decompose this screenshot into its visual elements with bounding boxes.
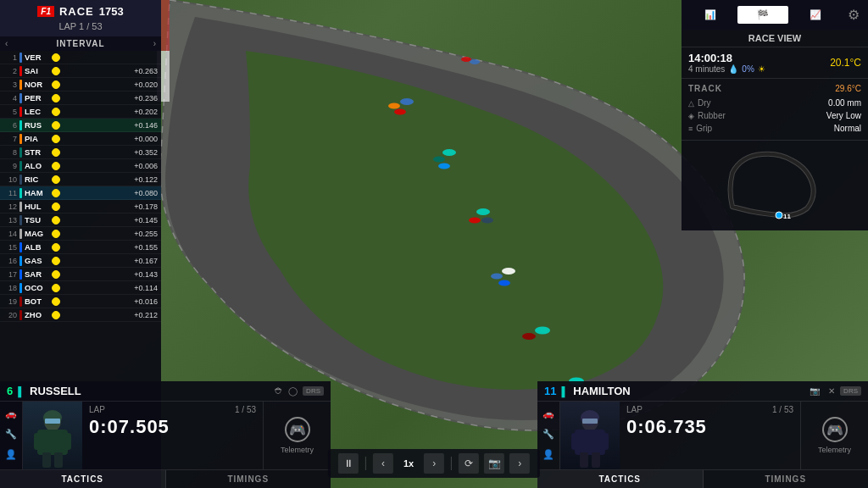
cond-icon: ◈	[688, 112, 694, 120]
russell-icon-person[interactable]: 👤	[3, 446, 19, 463]
svg-rect-19	[582, 419, 598, 424]
media-controls: ⏸ ‹ 1x › ⟳ 📷 ›	[328, 449, 540, 478]
hamilton-telemetry[interactable]: 🎮 Telemetry	[800, 402, 868, 469]
cond-value-Dry: 0.00 mm	[828, 98, 861, 108]
driver-row-ric[interactable]: 10 RIC +0.122	[0, 173, 161, 186]
tyre-RIC	[52, 175, 60, 184]
tyre-OCO	[52, 284, 60, 292]
hamilton-name: HAMILTON	[573, 385, 804, 397]
russell-telemetry[interactable]: 🎮 Telemetry	[263, 402, 331, 469]
name-BOT: BOT	[25, 297, 52, 306]
tab-graph[interactable]: 📈	[790, 6, 841, 24]
hamilton-icon-tools[interactable]: 🔧	[540, 425, 557, 442]
tyre-HUL	[52, 202, 60, 211]
gap-RUS: +0.146	[62, 121, 158, 130]
gear-button[interactable]: ⚙	[843, 3, 865, 26]
name-HAM: HAM	[25, 188, 52, 197]
driver-row-ham[interactable]: 11 HAM +0.080	[0, 186, 161, 200]
hamilton-close-btn[interactable]: ✕	[828, 386, 835, 396]
interval-arrow-right[interactable]: ›	[153, 39, 156, 48]
russell-timings-tab[interactable]: TIMINGS	[166, 470, 331, 488]
name-RIC: RIC	[25, 175, 52, 184]
driver-row-hul[interactable]: 12 HUL +0.178	[0, 200, 161, 214]
team-color-OCO	[19, 283, 22, 293]
lap-row: LAP 1 / 53	[5, 19, 156, 33]
hamilton-team-color-bar: ▌	[561, 386, 568, 396]
interval-arrow-left[interactable]: ‹	[5, 39, 8, 48]
camera-button-3[interactable]: ›	[509, 453, 530, 474]
pos-HUL: 12	[3, 202, 17, 211]
camera-button-1[interactable]: ⟳	[459, 453, 479, 474]
svg-rect-7	[61, 433, 71, 450]
driver-row-rus[interactable]: 6 RUS +0.146	[0, 119, 161, 132]
team-color-VER	[19, 53, 22, 63]
name-MAG: MAG	[25, 229, 52, 238]
hamilton-tactics-tab[interactable]: TACTICS	[537, 470, 704, 488]
tab-chart[interactable]: 📊	[685, 6, 736, 24]
gap-PIA: +0.000	[62, 135, 158, 143]
driver-row-tsu[interactable]: 13 TSU +0.145	[0, 214, 161, 227]
tab-flag[interactable]: 🏁	[737, 6, 788, 24]
race-label: RACE	[59, 5, 94, 18]
tyre-PER	[52, 94, 60, 103]
name-ALO: ALO	[25, 161, 52, 170]
russell-tactics-tab[interactable]: TACTICS	[0, 470, 166, 488]
team-color-GAS	[19, 256, 22, 266]
prev-button[interactable]: ‹	[373, 453, 393, 474]
pos-PIA: 7	[3, 135, 17, 143]
hamilton-icon-car[interactable]: 🚗	[540, 405, 557, 422]
gap-OCO: +0.114	[62, 284, 158, 292]
driver-row-alo[interactable]: 9 ALO +0.006	[0, 159, 161, 173]
hamilton-timings-tab[interactable]: TIMINGS	[704, 470, 869, 488]
race-title-row: F1 RACE 1753	[5, 3, 156, 19]
driver-panel-hamilton: 11 ▌ HAMILTON 📷 ✕ DRS 🚗 🔧 👤	[537, 381, 868, 488]
hamilton-lap-label: LAP	[626, 405, 643, 414]
russell-icon-tools[interactable]: 🔧	[3, 425, 19, 442]
hamilton-icon-person[interactable]: 👤	[540, 446, 557, 463]
interval-row: ‹ INTERVAL ›	[0, 36, 161, 51]
next-button[interactable]: ›	[424, 453, 444, 474]
media-separator-2	[451, 457, 452, 470]
driver-row-pia[interactable]: 7 PIA +0.000	[0, 132, 161, 146]
pos-MAG: 14	[3, 230, 17, 238]
russell-number: 6	[7, 385, 13, 397]
name-SAR: SAR	[25, 269, 52, 279]
gap-NOR: +0.020	[62, 80, 158, 89]
driver-row-oco[interactable]: 18 OCO +0.114	[0, 281, 161, 295]
driver-row-sai[interactable]: 2 SAI +0.263	[0, 64, 161, 78]
driver-row-mag[interactable]: 14 MAG +0.255	[0, 227, 161, 241]
russell-icon-car[interactable]: 🚗	[3, 405, 19, 422]
team-color-HAM	[19, 188, 22, 198]
race-view-title: RACE VIEW	[682, 30, 868, 47]
svg-rect-9	[54, 452, 63, 468]
camera-button-2[interactable]: 📷	[484, 453, 504, 474]
driver-row-gas[interactable]: 16 GAS +0.167	[0, 254, 161, 268]
gap-HAM: +0.080	[62, 189, 158, 197]
name-PER: PER	[25, 93, 52, 103]
driver-row-per[interactable]: 4 PER +0.236	[0, 92, 161, 105]
driver-row-ver[interactable]: 1 VER	[0, 51, 161, 64]
driver-row-str[interactable]: 8 STR +0.352	[0, 146, 161, 159]
gap-GAS: +0.167	[62, 257, 158, 265]
driver-row-lec[interactable]: 5 LEC +0.202	[0, 105, 161, 119]
f1-logo: F1	[37, 6, 54, 17]
gap-ALO: +0.006	[62, 162, 158, 170]
pos-ZHO: 20	[3, 311, 17, 319]
hamilton-header: 11 ▌ HAMILTON 📷 ✕ DRS	[537, 381, 868, 402]
hamilton-main: 🚗 🔧 👤 LAP 1 / 53	[537, 402, 868, 469]
gap-STR: +0.352	[62, 148, 158, 157]
tyre-NOR	[52, 80, 60, 89]
cond-label-Dry: △ Dry	[688, 98, 711, 108]
driver-row-sar[interactable]: 17 SAR +0.143	[0, 268, 161, 281]
driver-row-bot[interactable]: 19 BOT +0.016	[0, 295, 161, 308]
name-TSU: TSU	[25, 215, 52, 225]
pause-button[interactable]: ⏸	[338, 453, 359, 474]
driver-row-nor[interactable]: 3 NOR +0.020	[0, 78, 161, 92]
team-color-ALB	[19, 242, 22, 252]
name-LEC: LEC	[25, 107, 52, 116]
sun-icon: ☀	[758, 64, 765, 74]
driver-row-zho[interactable]: 20 ZHO +0.212	[0, 308, 161, 322]
hamilton-photo	[560, 402, 620, 469]
driver-row-alb[interactable]: 15 ALB +0.155	[0, 241, 161, 254]
hamilton-lap-info: LAP 1 / 53	[626, 405, 793, 414]
